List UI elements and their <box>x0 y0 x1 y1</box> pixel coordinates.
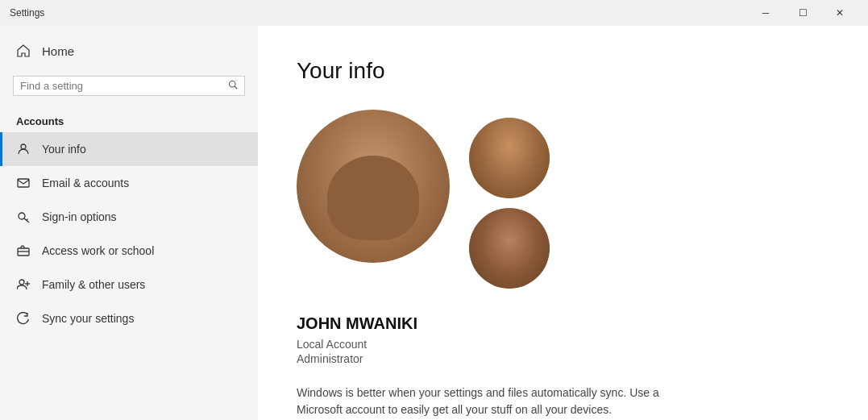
accounts-section-label: Accounts <box>0 109 258 132</box>
user-info: JOHN MWANIKI Local Account Administrator <box>297 314 829 365</box>
svg-point-7 <box>19 280 24 285</box>
search-input[interactable] <box>20 80 228 92</box>
minimize-button[interactable]: ─ <box>747 0 784 26</box>
sign-in-label: Sign-in options <box>42 210 117 223</box>
work-school-label: Access work or school <box>42 244 154 257</box>
info-text: Windows is better when your settings and… <box>297 385 700 418</box>
email-icon <box>16 176 31 190</box>
svg-point-0 <box>230 81 236 88</box>
search-box[interactable] <box>13 76 245 96</box>
sync-settings-label: Sync your settings <box>42 312 134 325</box>
briefcase-icon <box>16 243 31 258</box>
sidebar-item-family-users[interactable]: Family & other users <box>0 268 258 301</box>
sidebar: Home Accounts Your info <box>0 26 258 420</box>
sync-icon <box>16 311 31 326</box>
sidebar-item-sign-in[interactable]: Sign-in options <box>0 200 258 234</box>
close-button[interactable]: ✕ <box>821 0 858 26</box>
svg-point-4 <box>19 213 25 219</box>
person-add-icon <box>16 277 31 292</box>
family-users-label: Family & other users <box>42 278 145 291</box>
avatar-main <box>297 110 450 263</box>
svg-rect-3 <box>18 179 29 187</box>
key-icon <box>16 210 31 224</box>
avatar-thumb-1 <box>469 118 550 198</box>
avatar-thumbnails <box>469 110 550 289</box>
window-controls: ─ ☐ ✕ <box>747 0 858 26</box>
svg-point-2 <box>21 144 26 149</box>
account-role: Administrator <box>297 352 829 365</box>
sidebar-item-home[interactable]: Home <box>0 32 258 69</box>
email-accounts-label: Email & accounts <box>42 177 129 189</box>
user-name: JOHN MWANIKI <box>297 314 829 333</box>
sidebar-item-sync-settings[interactable]: Sync your settings <box>0 301 258 335</box>
person-icon <box>16 142 31 156</box>
maximize-button[interactable]: ☐ <box>784 0 821 26</box>
app-body: Home Accounts Your info <box>0 26 868 420</box>
svg-line-1 <box>235 86 237 89</box>
content-area: Your info JOHN MWANIKI Local Account Adm… <box>258 26 868 420</box>
avatar-thumb-2 <box>469 208 550 289</box>
sidebar-item-email-accounts[interactable]: Email & accounts <box>0 166 258 200</box>
app-title: Settings <box>10 7 44 19</box>
account-type: Local Account <box>297 338 829 351</box>
your-info-label: Your info <box>42 143 86 156</box>
title-bar: Settings ─ ☐ ✕ <box>0 0 868 26</box>
search-button[interactable] <box>228 80 238 92</box>
home-label: Home <box>42 44 74 58</box>
home-icon <box>16 44 31 58</box>
page-title: Your info <box>297 58 829 84</box>
sidebar-item-work-school[interactable]: Access work or school <box>0 234 258 268</box>
sidebar-item-your-info[interactable]: Your info <box>0 132 258 166</box>
profile-section <box>297 110 829 289</box>
